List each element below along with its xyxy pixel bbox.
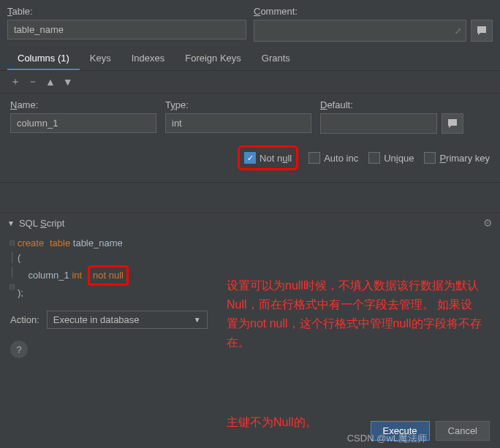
cancel-button[interactable]: Cancel xyxy=(436,421,490,441)
table-label: Table: xyxy=(7,6,246,17)
annotation-note-1: 设置可以为null时候，不填入数据该行数据为默认Null，而在行格式中有一个字段… xyxy=(227,276,482,352)
comment-extra-button[interactable] xyxy=(471,20,493,42)
column-name-input[interactable] xyxy=(10,113,156,133)
gear-icon[interactable]: ⚙ xyxy=(483,217,493,229)
watermark: CSDN @wL魔法师 xyxy=(347,432,427,445)
default-extra-button[interactable] xyxy=(442,113,463,134)
tab-grants[interactable]: Grants xyxy=(251,48,300,70)
unique-checkbox[interactable]: Unique xyxy=(368,152,414,164)
tab-foreign-keys[interactable]: Foreign Keys xyxy=(175,48,251,70)
name-label: Name: xyxy=(10,99,156,110)
check-icon: ✓ xyxy=(244,152,256,164)
notnull-highlight: ✓ Not null xyxy=(238,145,298,170)
type-label: Type: xyxy=(165,99,311,110)
default-label: Default: xyxy=(320,99,490,110)
action-select[interactable]: Execute in database ▼ xyxy=(47,311,208,329)
down-button[interactable]: ▼ xyxy=(63,76,73,88)
annotation-note-2: 主键不为Null的。 xyxy=(227,413,317,432)
up-button[interactable]: ▲ xyxy=(45,76,56,88)
tab-columns[interactable]: Columns (1) xyxy=(7,48,80,70)
tab-keys[interactable]: Keys xyxy=(80,48,121,70)
speech-bubble-icon xyxy=(447,118,458,129)
add-button[interactable]: ＋ xyxy=(10,75,20,88)
comment-input[interactable]: ⤢ xyxy=(254,20,466,42)
speech-bubble-icon xyxy=(476,25,488,37)
chevron-down-icon: ▼ xyxy=(194,316,201,324)
help-button[interactable]: ? xyxy=(10,341,28,358)
comment-label: Comment: xyxy=(254,6,493,17)
remove-button[interactable]: － xyxy=(28,75,38,88)
column-type-input[interactable] xyxy=(165,113,311,133)
tab-indexes[interactable]: Indexes xyxy=(121,48,175,70)
action-label: Action: xyxy=(10,314,39,325)
notnull-code-highlight: not null xyxy=(88,265,129,286)
column-default-input[interactable] xyxy=(320,113,437,134)
primary-key-checkbox[interactable]: Primary key xyxy=(424,152,490,164)
table-name-input[interactable] xyxy=(7,20,246,39)
tab-bar: Columns (1) Keys Indexes Foreign Keys Gr… xyxy=(0,48,500,71)
not-null-checkbox[interactable]: ✓ Not null xyxy=(244,152,292,164)
auto-inc-checkbox[interactable]: Auto inc xyxy=(308,152,358,164)
sql-script-section[interactable]: ▼ SQL Script ⚙ xyxy=(0,212,500,233)
chevron-down-icon: ▼ xyxy=(7,219,15,227)
expand-icon[interactable]: ⤢ xyxy=(455,26,461,36)
